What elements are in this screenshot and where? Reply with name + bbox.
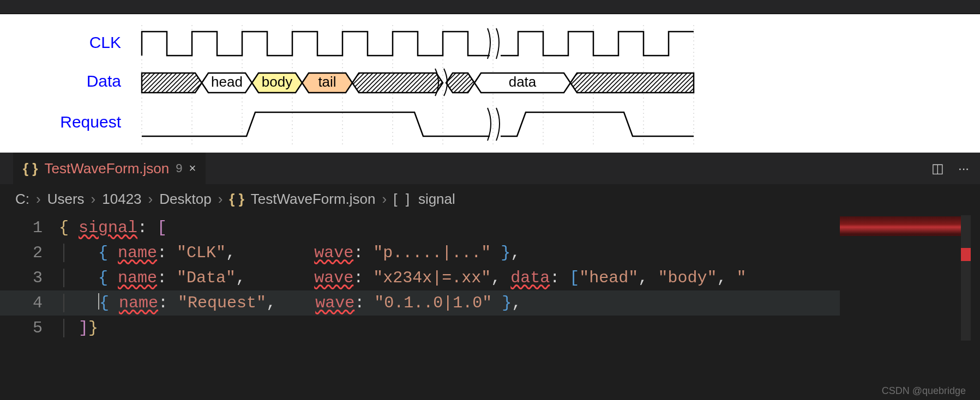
clk-waveform [142,28,694,59]
title-bar-fragment [0,0,980,14]
code-line[interactable]: 2 │ { name: "CLK", wave: "p.....|..." }, [0,240,840,265]
split-editor-icon[interactable]: ◫ [931,161,944,176]
svg-text:data: data [509,74,537,90]
code-line[interactable]: 1 { signal: [ [0,215,840,240]
chevron-right-icon: › [218,191,223,208]
editor-panel: { } TestWaveForm.json 9 × ◫ ··· C:› User… [0,153,980,341]
minimap[interactable] [840,215,971,341]
request-waveform [142,108,694,141]
json-icon: { } [229,191,244,208]
chevron-right-icon: › [148,191,153,208]
svg-text:head: head [211,74,243,90]
signal-label-data: Data [87,72,122,90]
crumb[interactable]: 10423 [102,191,141,208]
line-number: 1 [0,215,59,240]
code-line[interactable]: 3 │ { name: "Data", wave: "x234x|=.xx", … [0,265,840,290]
minimap-error-band [840,216,971,236]
watermark: CSDN @quebridge [882,385,966,397]
more-actions-icon[interactable]: ··· [958,161,969,176]
array-icon: [ ] [393,191,412,208]
crumb[interactable]: Users [47,191,85,208]
svg-text:body: body [262,74,292,90]
tab-bar: { } TestWaveForm.json 9 × ◫ ··· [0,153,980,184]
code-line[interactable]: 5 │ ]} [0,316,840,341]
code-line[interactable]: 4 │ { name: "Request", wave: "0.1..0|1.0… [0,290,840,316]
tab-testwaveform[interactable]: { } TestWaveForm.json 9 × [13,153,206,184]
crumb[interactable]: Desktop [159,191,211,208]
line-number: 4 [0,290,59,316]
data-waveform: head body tail data [142,69,694,96]
svg-text:tail: tail [318,74,336,90]
crumb-file[interactable]: TestWaveForm.json [251,191,376,208]
chevron-right-icon: › [91,191,96,208]
signal-label-request: Request [60,113,121,131]
signal-label-clk: CLK [89,33,121,51]
crumb-node[interactable]: signal [418,191,455,208]
chevron-right-icon: › [36,191,41,208]
waveform-svg: CLK Data Request head body tail [0,14,725,153]
close-tab-icon[interactable]: × [189,161,196,175]
line-number: 5 [0,316,59,341]
waveform-preview: CLK Data Request head body tail [0,14,980,153]
json-icon: { } [23,160,38,177]
line-number: 3 [0,265,59,290]
breadcrumb[interactable]: C:› Users› 10423› Desktop› { } TestWaveF… [0,184,980,215]
tab-problem-count: 9 [176,161,182,175]
code-editor[interactable]: 1 { signal: [ 2 │ { name: "CLK", wave: "… [0,215,980,341]
overview-ruler[interactable] [961,215,971,341]
chevron-right-icon: › [382,191,387,208]
tab-filename: TestWaveForm.json [44,160,169,177]
line-number: 2 [0,240,59,265]
crumb[interactable]: C: [15,191,29,208]
